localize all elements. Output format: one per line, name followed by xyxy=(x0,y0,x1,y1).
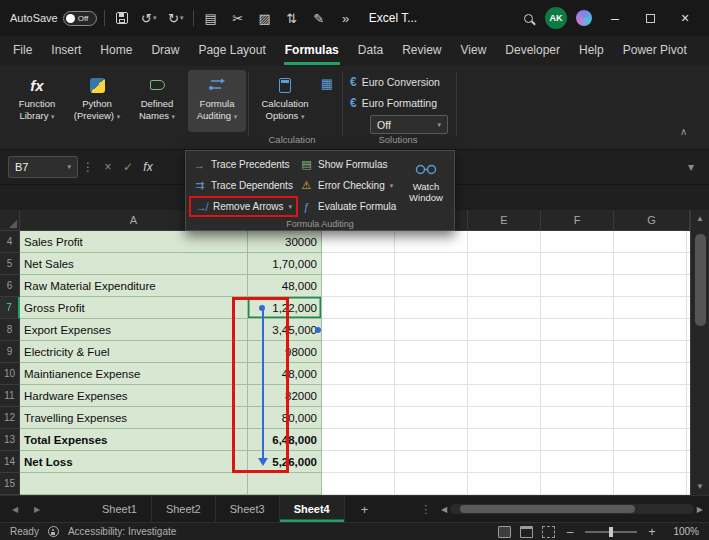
tab-page-layout[interactable]: Page Layout xyxy=(197,38,266,65)
zoom-in-button[interactable]: + xyxy=(646,525,658,539)
cell-value[interactable]: 48,000 xyxy=(248,275,322,297)
tab-developer[interactable]: Developer xyxy=(504,38,561,65)
more-commands-button[interactable]: » xyxy=(336,7,356,29)
tab-insert[interactable]: Insert xyxy=(50,38,82,65)
zoom-slider[interactable] xyxy=(585,531,637,533)
expand-formula-bar-button[interactable]: ▾ xyxy=(681,156,701,178)
undo-button[interactable]: ↺▾ xyxy=(139,7,159,29)
picture-button[interactable]: ▨ xyxy=(255,7,275,29)
tab-power-pivot[interactable]: Power Pivot xyxy=(622,38,688,65)
cell-label[interactable]: Net Sales xyxy=(20,253,248,275)
menu-item-evaluate-formula[interactable]: ƒ Evaluate Formula xyxy=(296,196,400,217)
tab-file[interactable]: File xyxy=(12,38,33,65)
zoom-slider-thumb[interactable] xyxy=(609,527,613,537)
menu-item-trace-precedents[interactable]: → Trace Precedents xyxy=(189,154,298,175)
cell-label[interactable]: Net Loss xyxy=(20,451,248,473)
collapse-ribbon-button[interactable]: ∧ xyxy=(680,126,687,137)
enter-button[interactable]: ✓ xyxy=(118,156,138,178)
cell-label[interactable]: Hardware Expenses xyxy=(20,385,248,407)
scroll-down-icon[interactable]: ▼ xyxy=(691,482,709,491)
row-header-active[interactable]: 7 xyxy=(0,297,20,319)
scroll-right-icon[interactable]: ▶ xyxy=(697,505,703,514)
row-header[interactable]: 5 xyxy=(0,253,20,275)
menu-item-trace-dependents[interactable]: ⇉ Trace Dependents xyxy=(189,175,298,196)
cell-value[interactable]: 1,70,000 xyxy=(248,253,322,275)
sort-button[interactable]: ⇅ xyxy=(282,7,302,29)
scrollbar-thumb[interactable] xyxy=(695,234,706,326)
format-painter-button[interactable]: ✎ xyxy=(309,7,329,29)
tab-help[interactable]: Help xyxy=(578,38,605,65)
column-header-e[interactable]: E xyxy=(468,210,541,231)
tab-formulas[interactable]: Formulas xyxy=(284,38,340,65)
cell-label[interactable]: Total Expenses xyxy=(20,429,248,451)
empty-cells[interactable] xyxy=(322,341,690,363)
calculation-options-button[interactable]: Calculation Options ▾ xyxy=(254,70,316,132)
cut-button[interactable]: ✂ xyxy=(228,7,248,29)
row-header[interactable]: 11 xyxy=(0,385,20,407)
cell-label[interactable]: Electricity & Fuel xyxy=(20,341,248,363)
zoom-out-button[interactable]: – xyxy=(564,525,576,539)
column-header-g[interactable]: G xyxy=(614,210,690,231)
cell-value[interactable] xyxy=(248,473,322,495)
maximize-button[interactable] xyxy=(636,5,664,31)
row-header[interactable]: 6 xyxy=(0,275,20,297)
empty-cells[interactable] xyxy=(322,319,690,341)
function-library-button[interactable]: fx Function Library ▾ xyxy=(8,70,66,132)
empty-cells[interactable] xyxy=(322,253,690,275)
defined-names-button[interactable]: Defined Names ▾ xyxy=(128,70,186,132)
scroll-left-icon[interactable]: ◀ xyxy=(441,505,447,514)
scroll-up-icon[interactable]: ▲ xyxy=(691,214,709,223)
tab-data[interactable]: Data xyxy=(357,38,384,65)
cell-label[interactable] xyxy=(20,473,248,495)
empty-cells[interactable] xyxy=(322,473,690,495)
name-box[interactable]: B7 ▾ xyxy=(8,156,78,178)
copy-button[interactable]: ▤ xyxy=(201,7,221,29)
row-header[interactable]: 14 xyxy=(0,451,20,473)
zoom-level[interactable]: 100% xyxy=(667,526,699,537)
empty-cells[interactable] xyxy=(322,297,690,319)
euro-formatting-button[interactable]: € Euro Formatting xyxy=(350,93,437,112)
close-button[interactable]: × xyxy=(671,5,699,31)
menu-item-show-formulas[interactable]: ▤ Show Formulas xyxy=(296,154,400,175)
cell-label[interactable]: Gross Profit xyxy=(20,297,248,319)
tab-draw[interactable]: Draw xyxy=(150,38,180,65)
formula-auditing-button[interactable]: Formula Auditing ▾ xyxy=(188,70,246,132)
page-break-view-icon[interactable] xyxy=(542,526,555,538)
column-header-f[interactable]: F xyxy=(541,210,614,231)
empty-cells[interactable] xyxy=(322,363,690,385)
row-header[interactable]: 12 xyxy=(0,407,20,429)
empty-cells[interactable] xyxy=(322,429,690,451)
scrollbar-track[interactable] xyxy=(450,504,694,514)
avatar[interactable]: AK xyxy=(545,7,567,29)
tab-scroll-left-icon[interactable]: ◀ xyxy=(8,505,22,514)
row-header[interactable]: 13 xyxy=(0,429,20,451)
menu-item-error-checking[interactable]: ⚠ Error Checking ▾ xyxy=(296,175,400,196)
scrollbar-thumb[interactable] xyxy=(460,505,635,513)
python-preview-button[interactable]: Python (Preview) ▾ xyxy=(68,70,126,132)
empty-cells[interactable] xyxy=(322,407,690,429)
empty-cells[interactable] xyxy=(322,451,690,473)
autosave-switch[interactable]: Off xyxy=(63,11,97,26)
row-header[interactable]: 10 xyxy=(0,363,20,385)
calculate-sheet-button[interactable]: ▦ xyxy=(318,74,336,92)
cell-label[interactable]: Raw Material Expenditure xyxy=(20,275,248,297)
tab-scroll-right-icon[interactable]: ▶ xyxy=(30,505,44,514)
accessibility-status[interactable]: Accessibility: Investigate xyxy=(68,526,176,537)
tab-sheet3[interactable]: Sheet3 xyxy=(216,496,280,522)
page-layout-view-icon[interactable] xyxy=(520,526,533,538)
cell-value[interactable]: 30000 xyxy=(248,231,322,253)
normal-view-icon[interactable] xyxy=(498,526,511,538)
cancel-button[interactable]: × xyxy=(98,156,118,178)
watch-window-button[interactable]: Watch Window xyxy=(400,154,452,214)
cell-label[interactable]: Sales Profit xyxy=(20,231,248,253)
row-header[interactable]: 15 xyxy=(0,473,20,495)
minimize-button[interactable]: – xyxy=(601,5,629,31)
tab-options-icon[interactable]: ⋮ xyxy=(420,503,431,516)
new-sheet-button[interactable]: + xyxy=(361,502,369,517)
autosave-toggle[interactable]: AutoSave Off xyxy=(10,11,97,26)
empty-cells[interactable] xyxy=(322,231,690,253)
empty-cells[interactable] xyxy=(322,385,690,407)
tab-home[interactable]: Home xyxy=(99,38,133,65)
row-header[interactable]: 4 xyxy=(0,231,20,253)
search-button[interactable] xyxy=(518,7,538,29)
